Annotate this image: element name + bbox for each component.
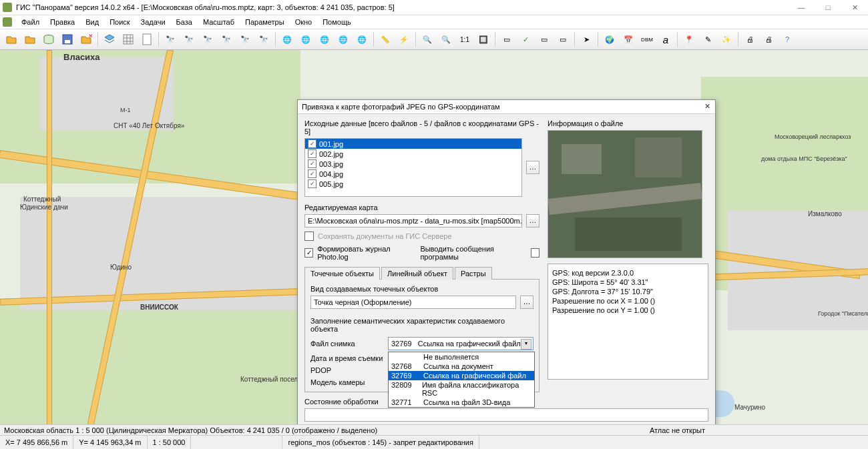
point-type-input[interactable]: Точка черная (Оформление) [310,296,516,309]
messages-checkbox[interactable] [531,248,539,258]
text-a-icon[interactable]: a [657,31,674,48]
file-checkbox[interactable]: ✓ [308,169,316,178]
menu-help[interactable]: Помощь [318,17,355,27]
photo-binding-dialog: Привязка к карте фотографий JPEG по GPS-… [297,99,716,434]
file-name: 001.jpg [319,140,343,148]
binoc2-icon[interactable]: 🔭 [180,31,198,48]
globe4-icon[interactable]: 🌐 [335,31,352,48]
file-list[interactable]: ✓001.jpg✓002.jpg✓003.jpg✓004.jpg✓005.jpg [304,138,522,197]
close-file-icon[interactable]: ✕ [77,31,95,48]
ruler-icon[interactable]: 📏 [377,31,394,48]
file-checkbox[interactable]: ✓ [308,159,316,168]
globe5-icon[interactable]: 🌐 [353,31,371,48]
globe3-icon[interactable]: 🌐 [316,31,333,48]
map-label: Измалково [808,210,842,217]
menu-view[interactable]: Вид [81,17,103,27]
select-check-icon[interactable]: ✓ [517,31,534,48]
map-label: Юдинские дачи [20,203,68,211]
gps-info-line: Разрешение по оси X = 1.00 () [552,296,704,306]
menu-scale[interactable]: Масштаб [199,17,238,27]
log-checkbox[interactable]: ✓ [304,248,313,258]
file-row[interactable]: ✓001.jpg [305,139,521,149]
select-rect-icon[interactable]: ▭ [498,31,515,48]
map-label: Юдино [110,264,132,271]
minimize-button[interactable]: — [788,0,815,15]
print2-icon[interactable]: 🖨 [760,31,777,48]
dbm-icon[interactable]: DBM [638,31,656,48]
bolt-icon[interactable]: ⚡ [395,31,413,48]
map-label: Власиха [63,52,100,62]
sem-dropdown-list[interactable]: Не выполняется32768Ссылка на документ327… [388,352,535,408]
file-row[interactable]: ✓004.jpg [305,169,521,179]
dropdown-option[interactable]: 32809Имя файла классификатора RSC [389,380,534,398]
map-label: дома отдыха МПС "Березёзка" [761,155,847,162]
select-frame-icon[interactable]: ▭ [554,31,572,48]
doc-icon[interactable] [138,31,156,48]
zoom-11-icon[interactable]: 1:1 [456,31,473,48]
help-icon[interactable]: ? [779,31,796,48]
file-checkbox[interactable]: ✓ [308,179,316,188]
menu-search[interactable]: Поиск [105,17,134,27]
map-label: СНТ «40 Лет Октября» [114,122,184,129]
menu-window[interactable]: Окно [291,17,316,27]
file-row[interactable]: ✓005.jpg [305,179,521,189]
dropdown-option[interactable]: Не выполняется [389,352,534,362]
file-checkbox[interactable]: ✓ [308,139,316,148]
binoc5-icon[interactable]: 🔭 [236,31,254,48]
dialog-close-button[interactable]: ✕ [702,101,712,112]
sem-file-combo[interactable]: 32769 Ссылка на графический файл ▾ [388,337,533,350]
calendar-icon[interactable]: 📅 [620,31,637,48]
binoc3-icon[interactable]: 🔭 [199,31,216,48]
tab-line[interactable]: Линейный объект [381,267,453,280]
zoom-out-icon[interactable]: 🔍 [419,31,436,48]
binoc1-icon[interactable]: 🔭 [162,31,179,48]
file-checkbox[interactable]: ✓ [308,149,316,158]
pencil-icon[interactable]: ✎ [699,31,716,48]
binoc6-icon[interactable]: 🔭 [255,31,272,48]
menu-tasks[interactable]: Задачи [137,17,170,27]
point-type-label: Вид создаваемых точечных объектов [310,285,533,293]
earth-icon[interactable]: 🌍 [601,31,618,48]
open2-icon[interactable] [21,31,39,48]
chevron-down-icon[interactable]: ▾ [521,339,531,350]
server-checkbox[interactable] [304,232,314,241]
file-row[interactable]: ✓003.jpg [305,159,521,169]
layers-icon[interactable] [101,31,118,48]
close-button[interactable]: ✕ [841,0,868,15]
grid-icon[interactable] [120,31,137,48]
select-obj-icon[interactable]: ▭ [535,31,553,48]
tab-raster[interactable]: Растры [455,267,492,280]
zoom-in-icon[interactable]: 🔍 [437,31,455,48]
gps-info-line: GPS: Широта = 55° 40' 3.31" [552,278,704,287]
map-canvas[interactable]: Власиха СНТ «40 Лет Октября» Юдинские да… [0,50,868,437]
wand-icon[interactable]: ✨ [718,31,735,48]
arrow-icon[interactable]: ➤ [578,31,595,48]
map-path-input[interactable]: E:\Московская обла\ru-mos.mptz - data_ru… [304,214,522,228]
browse-files-button[interactable]: … [526,161,539,174]
dropdown-option[interactable]: 32771Ссылка на файл 3D-вида [389,398,534,407]
statusbar-upper: Московская область 1 : 5 000 (Цилиндриче… [0,424,868,436]
status-x: X= 7 495 866,56 m [0,436,73,437]
menu-edit[interactable]: Правка [46,17,79,27]
dropdown-option[interactable]: 32769Ссылка на графический файл [389,371,534,380]
object-type-tabs: Точечные объекты Линейный объект Растры [304,266,539,280]
browse-map-button[interactable]: … [526,214,539,228]
point-type-browse[interactable]: … [520,296,533,309]
open-icon[interactable] [3,31,20,48]
file-row[interactable]: ✓002.jpg [305,149,521,159]
globe2-icon[interactable]: 🌐 [297,31,314,48]
map-label: Городок "Писатели" [818,310,868,317]
menu-options[interactable]: Параметры [241,17,288,27]
pin-icon[interactable]: 📍 [680,31,698,48]
binoc4-icon[interactable]: 🔭 [218,31,235,48]
menu-database[interactable]: База [172,17,196,27]
zoom-fit-icon[interactable]: 🔲 [475,31,492,48]
db-icon[interactable] [40,31,57,48]
maximize-button[interactable]: □ [815,0,841,15]
save-icon[interactable] [59,31,76,48]
dropdown-option[interactable]: 32768Ссылка на документ [389,362,534,371]
globe1-icon[interactable]: 🌐 [278,31,296,48]
print-icon[interactable]: 🖨 [741,31,758,48]
menu-file[interactable]: Файл [17,17,43,27]
tab-point[interactable]: Точечные объекты [304,267,380,280]
